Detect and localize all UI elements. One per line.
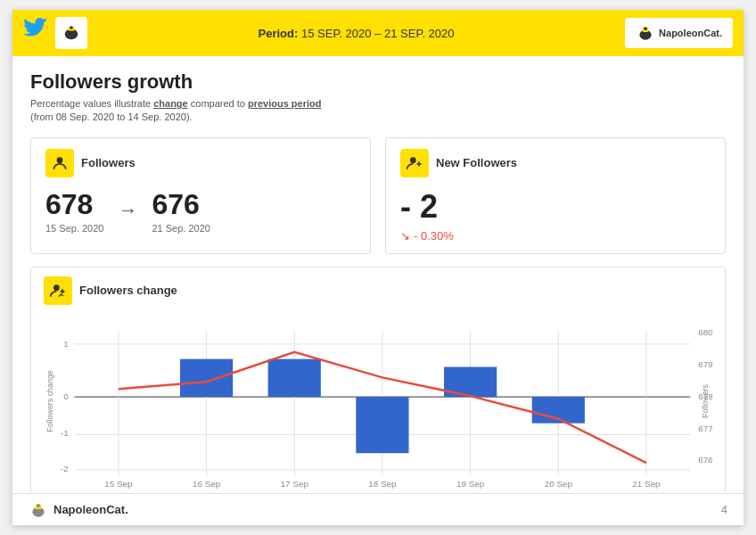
header-left	[23, 17, 87, 49]
svg-point-10	[53, 284, 60, 291]
header: Period: 15 SEP. 2020 – 21 SEP. 2020 Napo…	[12, 10, 744, 56]
followers-end-value: 676	[152, 188, 210, 221]
footer-logo-text: NapoleonCat.	[53, 503, 128, 516]
twitter-icon	[23, 18, 48, 48]
followers-end: 676 21 Sep. 2020	[152, 188, 210, 234]
svg-text:17 Sep: 17 Sep	[281, 479, 309, 489]
followers-card-body: 678 15 Sep. 2020 → 676 21 Sep. 2020	[45, 188, 356, 234]
header-logo: NapoleonCat.	[625, 18, 733, 48]
svg-point-6	[57, 157, 63, 163]
svg-text:677: 677	[698, 423, 712, 432]
footer-page: 4	[721, 503, 727, 516]
period-label: Period:	[259, 27, 299, 40]
svg-text:20 Sep: 20 Sep	[545, 479, 573, 489]
header-period: Period: 15 SEP. 2020 – 21 SEP. 2020	[259, 27, 455, 40]
new-followers-card-header: New Followers	[400, 149, 711, 177]
new-followers-icon	[400, 149, 429, 177]
subtitle: Percentage values illustrate change comp…	[30, 97, 726, 125]
svg-point-44	[37, 504, 40, 507]
footer: NapoleonCat. 4	[12, 493, 744, 525]
period-value: 15 SEP. 2020 – 21 SEP. 2020	[301, 27, 455, 40]
chart-title: Followers change	[79, 284, 177, 297]
bar-18sep	[356, 397, 408, 453]
arrow-icon: →	[118, 199, 137, 222]
cards-row: Followers 678 15 Sep. 2020 → 676 21 Sep.…	[30, 137, 726, 254]
chart-svg: 1 0 -1 -2 680 679 678 677 676 Followers …	[44, 312, 712, 490]
followers-icon	[45, 149, 74, 177]
svg-text:0: 0	[63, 391, 69, 401]
footer-napoleon-icon	[29, 500, 48, 520]
svg-text:16 Sep: 16 Sep	[193, 479, 221, 489]
svg-text:1: 1	[63, 339, 68, 349]
chart-icon	[44, 276, 72, 305]
svg-point-7	[410, 157, 416, 163]
chart-header: Followers change	[44, 276, 712, 305]
followers-start-date: 15 Sep. 2020	[45, 223, 103, 234]
footer-logo: NapoleonCat.	[29, 500, 128, 520]
svg-text:Followers: Followers	[701, 383, 710, 418]
svg-text:676: 676	[698, 455, 712, 465]
new-followers-card-body: - 2 ↘ - 0.30%	[400, 188, 711, 243]
chart-container: 1 0 -1 -2 680 679 678 677 676 Followers …	[44, 312, 712, 490]
napoleon-logo-header	[636, 23, 655, 43]
chart-section: Followers change 1 0 -1 -2 680 679 678 6…	[30, 267, 726, 493]
page-title: Followers growth	[30, 70, 726, 94]
bar-17sep	[268, 358, 321, 396]
new-followers-card: New Followers - 2 ↘ - 0.30%	[385, 137, 726, 254]
svg-text:Followers change: Followers change	[45, 370, 54, 432]
followers-end-date: 21 Sep. 2020	[152, 223, 210, 234]
followers-card: Followers 678 15 Sep. 2020 → 676 21 Sep.…	[30, 137, 371, 254]
svg-text:680: 680	[698, 327, 712, 337]
new-followers-data: - 2 ↘ - 0.30%	[400, 188, 454, 243]
new-followers-pct-value: - 0.30%	[414, 229, 454, 243]
subtitle-line2: (from 08 Sep. 2020 to 14 Sep. 2020).	[30, 111, 193, 122]
new-followers-card-title: New Followers	[436, 156, 517, 169]
svg-text:15 Sep: 15 Sep	[104, 479, 133, 489]
svg-point-5	[644, 27, 647, 30]
followers-start-value: 678	[45, 188, 103, 221]
svg-text:679: 679	[698, 359, 712, 369]
svg-text:18 Sep: 18 Sep	[368, 479, 397, 489]
followers-card-title: Followers	[81, 156, 136, 169]
new-followers-pct: ↘ - 0.30%	[400, 229, 454, 243]
svg-text:21 Sep: 21 Sep	[632, 479, 661, 489]
svg-text:-1: -1	[61, 428, 69, 438]
new-followers-value: - 2	[400, 188, 454, 226]
napoleon-logo-small	[55, 17, 87, 49]
svg-point-2	[70, 26, 73, 29]
svg-text:19 Sep: 19 Sep	[456, 479, 485, 489]
followers-card-header: Followers	[45, 149, 356, 177]
subtitle-line1: Percentage values illustrate change comp…	[30, 98, 322, 109]
content: Followers growth Percentage values illus…	[12, 56, 744, 493]
header-logo-text: NapoleonCat.	[659, 28, 722, 38]
svg-text:-2: -2	[61, 464, 69, 473]
followers-start: 678 15 Sep. 2020	[45, 188, 103, 234]
bar-16sep	[180, 358, 233, 396]
down-arrow-icon: ↘	[400, 229, 410, 243]
